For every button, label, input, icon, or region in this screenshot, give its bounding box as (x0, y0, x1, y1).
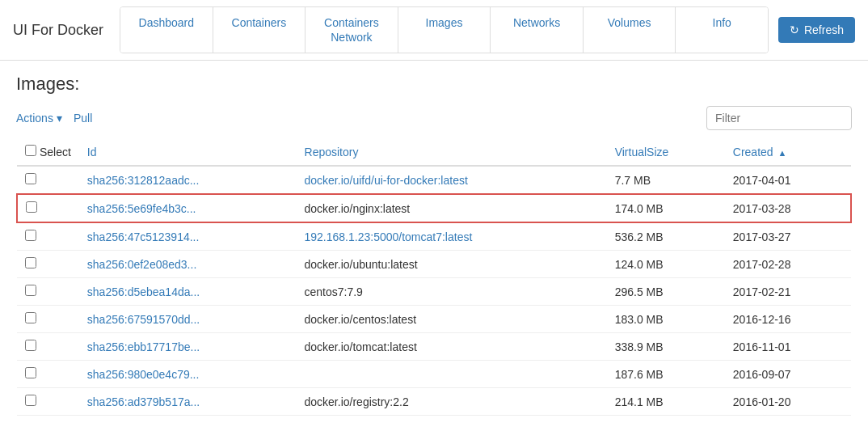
row-id-cell: sha256:67591570dd... (79, 306, 297, 333)
tab-networks[interactable]: Networks (491, 7, 584, 53)
row-created-cell: 2016-11-01 (725, 333, 851, 361)
pull-button[interactable]: Pull (74, 112, 92, 125)
row-id-cell: sha256:312812aadc... (79, 166, 297, 194)
row-checkbox-cell (17, 278, 79, 306)
tab-dashboard[interactable]: Dashboard (120, 7, 213, 53)
row-checkbox-cell (17, 306, 79, 333)
row-id-link[interactable]: sha256:980e0e4c79... (87, 368, 200, 381)
row-id-link[interactable]: sha256:ebb17717be... (87, 340, 200, 353)
col-header-created[interactable]: Created ▲ (725, 138, 851, 166)
row-id-link[interactable]: sha256:67591570dd... (87, 313, 200, 326)
col-header-virtualsize[interactable]: VirtualSize (607, 138, 725, 166)
sort-icon: ▲ (778, 148, 787, 158)
col-header-repository[interactable]: Repository (297, 138, 607, 166)
row-id-cell: sha256:0ef2e08ed3... (79, 251, 297, 278)
row-virtualsize-cell: 296.5 MB (607, 278, 725, 306)
table-row: sha256:312812aadc...docker.io/uifd/ui-fo… (17, 166, 851, 194)
row-virtualsize-cell: 338.9 MB (607, 333, 725, 361)
row-repository-text: centos7:7.9 (305, 285, 363, 298)
row-id-cell: sha256:47c5123914... (79, 222, 297, 251)
table-row: sha256:ad379b517a...docker.io/registry:2… (17, 388, 851, 416)
row-checkbox-cell (17, 194, 79, 222)
filter-input[interactable] (706, 106, 852, 130)
row-repository-link[interactable]: 192.168.1.23:5000/tomcat7:latest (305, 230, 473, 243)
row-checkbox[interactable] (25, 395, 36, 406)
row-id-cell: sha256:d5ebea14da... (79, 278, 297, 306)
row-virtualsize-cell: 536.2 MB (607, 222, 725, 251)
col-header-select: Select (17, 138, 79, 166)
actions-arrow-icon: ▾ (57, 112, 62, 125)
row-virtualsize-cell: 187.6 MB (607, 361, 725, 388)
row-checkbox-cell (17, 166, 79, 194)
row-checkbox[interactable] (25, 257, 36, 268)
actions-label: Actions (16, 112, 53, 125)
app-title: UI For Docker (13, 22, 103, 39)
row-checkbox[interactable] (25, 367, 36, 378)
table-row: sha256:5e69fe4b3c...docker.io/nginx:late… (17, 194, 851, 222)
row-checkbox-cell (17, 333, 79, 361)
row-checkbox[interactable] (25, 312, 36, 323)
row-repository-cell: docker.io/centos:latest (297, 306, 607, 333)
row-checkbox[interactable] (25, 173, 36, 184)
row-checkbox[interactable] (25, 285, 36, 296)
row-virtualsize-cell: 174.0 MB (607, 194, 725, 222)
row-id-link[interactable]: sha256:d5ebea14da... (87, 285, 200, 298)
tab-images[interactable]: Images (398, 7, 491, 53)
row-virtualsize-cell: 183.0 MB (607, 306, 725, 333)
select-all-checkbox[interactable] (25, 145, 36, 156)
row-repository-cell: docker.io/ubuntu:latest (297, 251, 607, 278)
row-created-cell: 2017-03-28 (725, 194, 851, 222)
tab-containers[interactable]: Containers (213, 7, 306, 53)
main-content: Images: Actions ▾ Pull Select Id Reposit… (0, 61, 868, 429)
row-repository-text: docker.io/ubuntu:latest (305, 258, 418, 271)
row-repository-text: docker.io/nginx:latest (305, 202, 411, 215)
row-repository-cell (297, 361, 607, 388)
row-id-cell: sha256:5e69fe4b3c... (79, 194, 297, 222)
row-virtualsize-cell: 214.1 MB (607, 388, 725, 416)
row-repository-cell: 192.168.1.23:5000/tomcat7:latest (297, 222, 607, 251)
row-id-link[interactable]: sha256:5e69fe4b3c... (87, 202, 196, 215)
row-virtualsize-cell: 124.0 MB (607, 251, 725, 278)
row-checkbox[interactable] (26, 201, 37, 213)
row-id-link[interactable]: sha256:312812aadc... (87, 174, 200, 187)
row-created-cell: 2017-02-28 (725, 251, 851, 278)
refresh-icon: ↻ (790, 23, 799, 36)
refresh-label: Refresh (804, 23, 844, 36)
row-id-link[interactable]: sha256:0ef2e08ed3... (87, 258, 196, 271)
table-row: sha256:67591570dd...docker.io/centos:lat… (17, 306, 851, 333)
tab-volumes[interactable]: Volumes (584, 7, 676, 53)
table-row: sha256:47c5123914...192.168.1.23:5000/to… (17, 222, 851, 251)
nav-tabs: Dashboard Containers ContainersNetwork I… (120, 6, 769, 53)
row-repository-link[interactable]: docker.io/uifd/ui-for-docker:latest (305, 174, 468, 187)
row-checkbox-cell (17, 361, 79, 388)
row-checkbox[interactable] (25, 340, 36, 351)
row-checkbox-cell (17, 388, 79, 416)
row-checkbox-cell (17, 251, 79, 278)
row-repository-text: docker.io/centos:latest (305, 313, 417, 326)
col-header-id[interactable]: Id (79, 138, 297, 166)
row-created-cell: 2016-01-20 (725, 388, 851, 416)
tab-containers-network[interactable]: ContainersNetwork (305, 7, 398, 53)
select-label: Select (40, 146, 71, 158)
top-bar: UI For Docker Dashboard Containers Conta… (0, 0, 868, 61)
row-id-cell: sha256:980e0e4c79... (79, 361, 297, 388)
row-created-cell: 2016-12-16 (725, 306, 851, 333)
tab-info[interactable]: Info (676, 7, 768, 53)
row-repository-cell: docker.io/registry:2.2 (297, 388, 607, 416)
row-repository-cell: centos7:7.9 (297, 278, 607, 306)
row-checkbox[interactable] (25, 230, 36, 241)
table-row: sha256:980e0e4c79...187.6 MB2016-09-07 (17, 361, 851, 388)
row-created-cell: 2017-02-21 (725, 278, 851, 306)
row-id-link[interactable]: sha256:47c5123914... (87, 230, 200, 243)
page-title: Images: (16, 74, 852, 95)
table-row: sha256:d5ebea14da...centos7:7.9296.5 MB2… (17, 278, 851, 306)
row-repository-text: docker.io/tomcat:latest (305, 340, 417, 353)
table-row: sha256:ebb17717be...docker.io/tomcat:lat… (17, 333, 851, 361)
refresh-button[interactable]: ↻ Refresh (778, 17, 855, 43)
row-virtualsize-cell: 7.7 MB (607, 166, 725, 194)
row-created-cell: 2017-04-01 (725, 166, 851, 194)
row-repository-cell: docker.io/nginx:latest (297, 194, 607, 222)
row-id-link[interactable]: sha256:ad379b517a... (87, 395, 200, 408)
actions-button[interactable]: Actions ▾ (16, 112, 62, 125)
row-created-cell: 2016-09-07 (725, 361, 851, 388)
